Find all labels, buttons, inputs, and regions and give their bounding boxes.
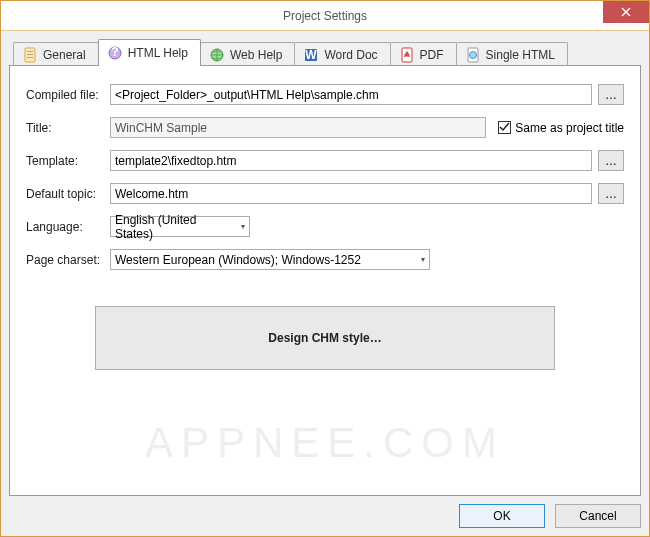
- template-input[interactable]: [110, 150, 592, 171]
- tab-single-html[interactable]: Single HTML: [456, 42, 568, 66]
- language-row: Language: English (United States) ▾: [26, 216, 624, 237]
- pdf-icon: [399, 47, 415, 63]
- design-button-label: Design CHM style…: [268, 331, 381, 345]
- default-topic-label: Default topic:: [26, 187, 104, 201]
- check-icon: [499, 122, 510, 133]
- general-icon: [22, 47, 38, 63]
- svg-point-13: [469, 51, 476, 58]
- page-charset-select[interactable]: Western European (Windows); Windows-1252…: [110, 249, 430, 270]
- compiled-file-label: Compiled file:: [26, 88, 104, 102]
- tab-label: Single HTML: [486, 48, 555, 62]
- word-doc-icon: W: [303, 47, 319, 63]
- window-title: Project Settings: [1, 9, 649, 23]
- close-button[interactable]: [603, 1, 649, 23]
- svg-text:?: ?: [111, 45, 118, 59]
- close-icon: [621, 7, 631, 17]
- compiled-file-row: Compiled file: …: [26, 84, 624, 105]
- template-label: Template:: [26, 154, 104, 168]
- html-help-icon: ?: [107, 45, 123, 61]
- tab-web-help[interactable]: Web Help: [200, 42, 295, 66]
- tab-label: Web Help: [230, 48, 282, 62]
- svg-rect-4: [27, 54, 33, 55]
- compiled-file-input[interactable]: [110, 84, 592, 105]
- page-charset-row: Page charset: Western European (Windows)…: [26, 249, 624, 270]
- content-area: General ? HTML Help Web Help W Word Doc …: [1, 31, 649, 536]
- design-chm-style-button[interactable]: Design CHM style…: [95, 306, 555, 370]
- project-settings-window: Project Settings General ? HTML Help Web…: [0, 0, 650, 537]
- page-charset-value: Western European (Windows); Windows-1252: [115, 253, 361, 267]
- tab-general[interactable]: General: [13, 42, 99, 66]
- tab-label: PDF: [420, 48, 444, 62]
- default-topic-browse-button[interactable]: …: [598, 183, 624, 204]
- single-html-icon: [465, 47, 481, 63]
- title-label: Title:: [26, 121, 104, 135]
- same-as-project-label: Same as project title: [515, 121, 624, 135]
- ok-label: OK: [493, 509, 510, 523]
- tab-label: General: [43, 48, 86, 62]
- web-help-icon: [209, 47, 225, 63]
- template-row: Template: …: [26, 150, 624, 171]
- tabstrip: General ? HTML Help Web Help W Word Doc …: [9, 39, 641, 66]
- tab-pdf[interactable]: PDF: [390, 42, 457, 66]
- tab-word-doc[interactable]: W Word Doc: [294, 42, 390, 66]
- ok-button[interactable]: OK: [459, 504, 545, 528]
- language-label: Language:: [26, 220, 104, 234]
- cancel-button[interactable]: Cancel: [555, 504, 641, 528]
- default-topic-input[interactable]: [110, 183, 592, 204]
- template-browse-button[interactable]: …: [598, 150, 624, 171]
- ellipsis-icon: …: [605, 187, 617, 201]
- default-topic-row: Default topic: …: [26, 183, 624, 204]
- svg-rect-5: [27, 57, 33, 58]
- same-as-project-checkbox[interactable]: [498, 121, 511, 134]
- ellipsis-icon: …: [605, 88, 617, 102]
- chevron-down-icon: ▾: [421, 255, 425, 264]
- tab-label: Word Doc: [324, 48, 377, 62]
- tab-label: HTML Help: [128, 46, 188, 60]
- title-row: Title: Same as project title: [26, 117, 624, 138]
- titlebar: Project Settings: [1, 1, 649, 31]
- language-select[interactable]: English (United States) ▾: [110, 216, 250, 237]
- svg-text:W: W: [306, 48, 318, 62]
- page-charset-label: Page charset:: [26, 253, 104, 267]
- chevron-down-icon: ▾: [241, 222, 245, 231]
- watermark: APPNEE.COM: [10, 419, 640, 467]
- ellipsis-icon: …: [605, 154, 617, 168]
- button-bar: OK Cancel: [9, 496, 641, 528]
- title-input: [110, 117, 486, 138]
- svg-rect-3: [27, 51, 33, 52]
- same-as-project-checkbox-wrap[interactable]: Same as project title: [498, 121, 624, 135]
- compiled-file-browse-button[interactable]: …: [598, 84, 624, 105]
- cancel-label: Cancel: [579, 509, 616, 523]
- language-value: English (United States): [115, 213, 235, 241]
- tab-panel: Compiled file: … Title: Same as project …: [9, 65, 641, 496]
- tab-html-help[interactable]: ? HTML Help: [98, 39, 201, 66]
